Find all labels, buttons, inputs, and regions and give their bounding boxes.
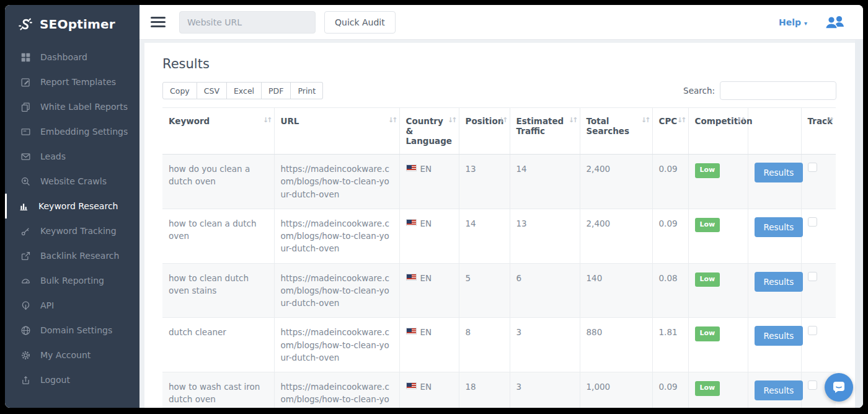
table-row: dutch cleaner https://madeincookware.com… (162, 318, 836, 372)
track-checkbox[interactable] (808, 326, 817, 335)
copy-button[interactable]: Copy (162, 82, 197, 99)
sidebar-item-keyword-tracking[interactable]: Keyword Tracking (5, 218, 140, 243)
estimated-traffic-cell: 3 (510, 318, 580, 372)
results-button[interactable]: Results (755, 326, 804, 346)
header-total-searches[interactable]: Total Searches↓↑ (580, 108, 652, 155)
cpc-cell: 0.09 (652, 372, 688, 408)
header-country-language[interactable]: Country & Language↓↑ (399, 108, 459, 155)
sidebar-item-leads[interactable]: Leads (5, 144, 140, 169)
website-url-input[interactable] (179, 11, 316, 34)
sidebar-item-keyword-research[interactable]: Keyword Research (5, 194, 140, 218)
competition-badge: Low (695, 218, 720, 233)
quick-audit-button[interactable]: Quick Audit (324, 11, 396, 34)
position-cell: 8 (459, 318, 510, 372)
results-table: Keyword↓↑ URL↓↑ Country & Language↓↑ Pos… (162, 107, 836, 408)
header-competition[interactable]: Competition↓↑ (688, 108, 748, 155)
seoptimer-logo-icon (17, 16, 33, 32)
print-button[interactable]: Print (291, 82, 323, 99)
results-button[interactable]: Results (755, 217, 804, 237)
url-cell[interactable]: https://madeincookware.com/blogs/how-to-… (274, 209, 399, 263)
leads-icon (20, 151, 31, 162)
sidebar-item-bulk-reporting[interactable]: Bulk Reporting (5, 268, 140, 293)
sidebar-item-api[interactable]: API (5, 293, 140, 318)
sidebar-item-logout[interactable]: Logout (5, 367, 140, 392)
header-action (748, 108, 801, 155)
logout-icon (20, 374, 31, 385)
results-button[interactable]: Results (755, 163, 804, 182)
sidebar-item-backlink-research[interactable]: Backlink Research (5, 243, 140, 268)
website-crawls-icon (20, 176, 31, 187)
sidebar-item-domain-settings[interactable]: Domain Settings (5, 318, 140, 343)
track-checkbox[interactable] (808, 272, 817, 281)
country-cell: EN (399, 209, 459, 263)
sidebar-item-embedding-settings[interactable]: Embedding Settings (5, 119, 140, 144)
header-position[interactable]: Position↓↑ (459, 108, 510, 155)
us-flag-icon (406, 164, 417, 171)
results-panel: Results Copy CSV Excel PDF Print Search: (144, 43, 855, 408)
topbar: Quick Audit Help ▾ (140, 5, 863, 40)
track-checkbox[interactable] (808, 217, 817, 227)
estimated-traffic-cell: 3 (510, 372, 580, 408)
chevron-down-icon: ▾ (804, 20, 807, 27)
chat-bubble-button[interactable] (825, 373, 853, 402)
menu-toggle-icon[interactable] (151, 14, 166, 30)
page-title: Results (162, 56, 836, 71)
sidebar-item-website-crawls[interactable]: Website Crawls (5, 169, 140, 194)
header-cpc[interactable]: CPC↓↑ (652, 108, 688, 155)
table-row: how do you clean a dutch oven https://ma… (162, 155, 836, 209)
url-cell[interactable]: https://madeincookware.com/blogs/how-to-… (274, 318, 399, 372)
header-url[interactable]: URL↓↑ (274, 108, 399, 155)
results-button[interactable]: Results (755, 272, 804, 292)
export-button-group: Copy CSV Excel PDF Print (162, 82, 323, 99)
table-controls: Copy CSV Excel PDF Print Search: (162, 81, 836, 100)
sidebar-item-label: Keyword Tracking (40, 226, 117, 236)
sidebar-item-white-label-reports[interactable]: White Label Reports (5, 94, 140, 119)
url-cell[interactable]: https://madeincookware.com/blogs/how-to-… (274, 263, 399, 318)
embedding-settings-icon (20, 126, 31, 137)
competition-cell: Low (688, 263, 748, 318)
sidebar-item-label: Website Crawls (40, 176, 107, 186)
estimated-traffic-cell: 13 (510, 209, 580, 263)
sidebar-item-label: Leads (40, 151, 66, 161)
track-checkbox[interactable] (808, 380, 817, 390)
results-button[interactable]: Results (755, 380, 804, 400)
sidebar-item-label: Keyword Research (38, 201, 118, 211)
total-searches-cell: 880 (580, 318, 652, 372)
table-row: how to wash cast iron dutch oven https:/… (162, 372, 836, 408)
sidebar-item-label: Report Templates (40, 77, 116, 87)
cpc-cell: 0.08 (652, 263, 688, 318)
url-cell[interactable]: https://madeincookware.com/blogs/how-to-… (274, 155, 399, 209)
url-cell[interactable]: https://madeincookware.com/blogs/how-to-… (274, 372, 399, 408)
help-dropdown[interactable]: Help ▾ (779, 17, 807, 27)
pdf-button[interactable]: PDF (262, 82, 291, 99)
sidebar-item-dashboard[interactable]: Dashboard (5, 45, 140, 70)
country-cell: EN (399, 372, 459, 408)
bulk-reporting-icon (20, 275, 31, 286)
table-row: how to clean a dutch oven https://madein… (162, 209, 836, 263)
header-track[interactable]: Track↓↑ (801, 108, 836, 155)
sidebar-item-my-account[interactable]: My Account (5, 343, 140, 367)
track-checkbox[interactable] (808, 163, 817, 172)
sidebar-item-report-templates[interactable]: Report Templates (5, 70, 140, 94)
sort-icon: ↓↑ (388, 116, 396, 124)
csv-button[interactable]: CSV (197, 82, 227, 99)
us-flag-icon (406, 328, 417, 335)
header-estimated-traffic[interactable]: Estimated Traffic↓↑ (510, 108, 580, 155)
search-input[interactable] (720, 81, 836, 100)
cpc-cell: 0.09 (652, 209, 688, 263)
account-users-icon[interactable] (823, 14, 846, 30)
competition-cell: Low (688, 209, 748, 263)
app-window: SEOptimer Dashboard Report Templates Whi… (5, 5, 863, 408)
table-row: how to clean dutch oven stains https://m… (162, 263, 836, 318)
keyword-cell: dutch cleaner (162, 318, 274, 372)
position-cell: 13 (459, 155, 510, 209)
brand-logo[interactable]: SEOptimer (5, 5, 140, 41)
excel-button[interactable]: Excel (227, 82, 262, 99)
header-keyword[interactable]: Keyword↓↑ (162, 108, 274, 155)
total-searches-cell: 1,000 (580, 372, 652, 408)
country-cell: EN (399, 155, 459, 209)
vertical-scrollbar[interactable] (855, 40, 863, 408)
sort-icon: ↓↑ (569, 116, 576, 124)
domain-settings-icon (20, 325, 31, 336)
cpc-cell: 1.81 (652, 318, 688, 372)
